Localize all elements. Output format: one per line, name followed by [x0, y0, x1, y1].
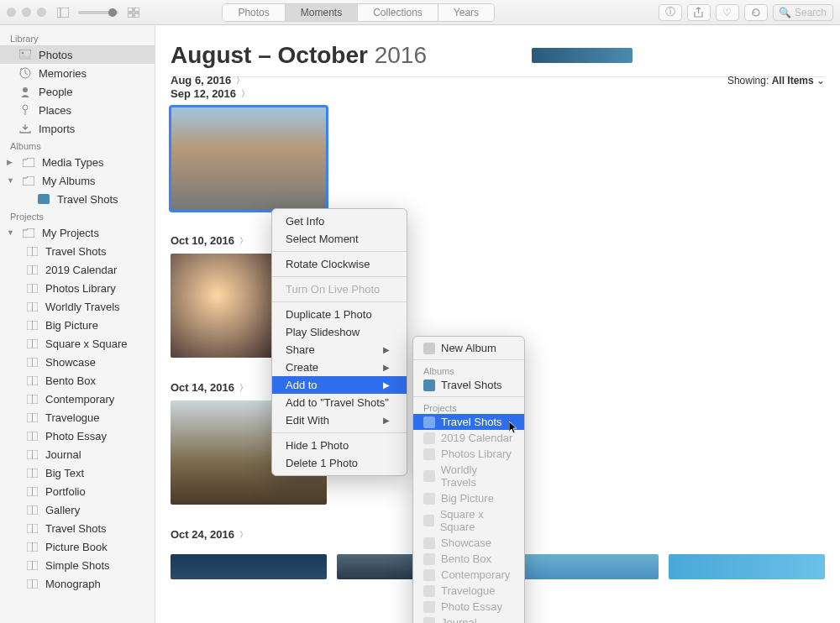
- menu-item-create[interactable]: Create▶: [272, 359, 407, 376]
- sidebar-item-travelogue[interactable]: Travelogue: [0, 408, 155, 427]
- menu-item-hide-1-photo[interactable]: Hide 1 Photo: [272, 437, 407, 454]
- submenu-item-journal[interactable]: Journal: [413, 615, 524, 623]
- menu-item-turn-on-live-photo: Turn On Live Photo: [272, 280, 407, 298]
- sidebar-item-contemporary[interactable]: Contemporary: [0, 390, 155, 408]
- sidebar-item-big-text[interactable]: Big Text: [0, 463, 155, 482]
- sidebar-item-simple-shots[interactable]: Simple Shots: [0, 556, 155, 574]
- sidebar-item-label: Travel Shots: [45, 522, 107, 535]
- photo-thumbnail-partial[interactable]: [532, 48, 633, 63]
- sidebar-header-projects: Projects: [0, 208, 155, 223]
- sidebar-item-monograph[interactable]: Monograph: [0, 574, 155, 593]
- submenu-item-label: Travel Shots: [441, 379, 502, 391]
- sidebar-item-places[interactable]: Places: [0, 101, 155, 119]
- submenu-item-photo-essay[interactable]: Photo Essay: [413, 599, 524, 615]
- sidebar-item-gallery[interactable]: Gallery: [0, 500, 155, 519]
- photo-thumbnail[interactable]: [171, 554, 327, 579]
- moment-date[interactable]: Aug 6, 2016〉: [171, 74, 244, 86]
- share-button[interactable]: [687, 4, 711, 21]
- submenu-item-bento-box[interactable]: Bento Box: [413, 551, 524, 567]
- zoom-slider[interactable]: [78, 11, 118, 14]
- submenu-item-new-album[interactable]: New Album: [413, 340, 524, 356]
- photo-thumbnail[interactable]: [503, 554, 659, 579]
- submenu-arrow-icon: ▶: [383, 380, 390, 390]
- sidebar-item-travel-shots[interactable]: Travel Shots: [0, 519, 155, 537]
- menu-item-add-to-travel-shots-[interactable]: Add to "Travel Shots": [272, 394, 407, 411]
- fullscreen-window-button[interactable]: [37, 8, 46, 17]
- disclosure-triangle-icon[interactable]: ▼: [7, 176, 15, 185]
- moment-date[interactable]: Oct 10, 2016〉: [171, 234, 825, 247]
- submenu-item-label: Square x Square: [440, 508, 514, 533]
- submenu-item-showcase[interactable]: Showcase: [413, 535, 524, 551]
- photo-thumbnail[interactable]: [669, 554, 825, 579]
- sidebar-item-worldly-travels[interactable]: Worldly Travels: [0, 297, 155, 316]
- search-input[interactable]: 🔍Search: [773, 4, 833, 21]
- submenu-item-photos-library[interactable]: Photos Library: [413, 446, 524, 462]
- sidebar-item-imports[interactable]: Imports: [0, 119, 155, 138]
- menu-item-select-moment[interactable]: Select Moment: [272, 230, 407, 248]
- sidebar-item-2019-calendar[interactable]: 2019 Calendar: [0, 260, 155, 279]
- submenu-item-contemporary[interactable]: Contemporary: [413, 567, 524, 583]
- sidebar-item-big-picture[interactable]: Big Picture: [0, 316, 155, 334]
- menu-item-get-info[interactable]: Get Info: [272, 212, 407, 230]
- book-icon: [25, 318, 39, 332]
- sidebar-item-journal[interactable]: Journal: [0, 445, 155, 463]
- submenu-item-travelogue[interactable]: Travelogue: [413, 583, 524, 599]
- minimize-window-button[interactable]: [22, 8, 31, 17]
- sidebar-item-showcase[interactable]: Showcase: [0, 353, 155, 371]
- menu-item-delete-1-photo[interactable]: Delete 1 Photo: [272, 454, 407, 472]
- close-window-button[interactable]: [7, 8, 16, 17]
- submenu-item-travel-shots[interactable]: Travel Shots: [413, 377, 524, 393]
- sidebar-item-photos[interactable]: Photos: [0, 45, 155, 64]
- info-button[interactable]: ⓘ: [659, 4, 682, 21]
- menu-item-label: Create: [286, 361, 318, 374]
- sidebar-item-photos-library[interactable]: Photos Library: [0, 279, 155, 297]
- sidebar-item-my-projects[interactable]: ▼My Projects: [0, 223, 155, 242]
- view-tab-collections[interactable]: Collections: [358, 4, 438, 21]
- book-icon: [25, 540, 39, 553]
- book-icon: [423, 470, 435, 482]
- menu-item-rotate-clockwise[interactable]: Rotate Clockwise: [272, 255, 407, 273]
- disclosure-triangle-icon[interactable]: ▼: [7, 228, 15, 237]
- view-tab-years[interactable]: Years: [438, 4, 494, 21]
- zoom-slider-thumb[interactable]: [108, 8, 117, 17]
- menu-item-label: Turn On Live Photo: [286, 283, 380, 296]
- sidebar-toggle-icon[interactable]: [56, 6, 70, 19]
- disclosure-triangle-icon[interactable]: ▶: [7, 158, 15, 166]
- sidebar-item-label: Gallery: [45, 504, 80, 516]
- submenu-item-square-x-square[interactable]: Square x Square: [413, 506, 524, 535]
- menu-item-duplicate-1-photo[interactable]: Duplicate 1 Photo: [272, 306, 407, 323]
- favorite-button[interactable]: ♡: [716, 4, 739, 21]
- submenu-item-label: Photo Essay: [441, 600, 502, 613]
- showing-filter[interactable]: Showing: All Items ⌄: [727, 75, 825, 86]
- submenu-item-2019-calendar[interactable]: 2019 Calendar: [413, 430, 524, 446]
- rotate-button[interactable]: [744, 4, 768, 21]
- menu-item-add-to[interactable]: Add to▶: [272, 376, 407, 394]
- sidebar-item-photo-essay[interactable]: Photo Essay: [0, 427, 155, 445]
- submenu-item-travel-shots[interactable]: Travel Shots: [413, 414, 524, 430]
- chevron-right-icon: 〉: [236, 75, 244, 86]
- person-icon: [18, 85, 32, 98]
- sidebar-item-square-x-square[interactable]: Square x Square: [0, 334, 155, 353]
- plus-icon: [423, 343, 435, 354]
- submenu-item-worldly-travels[interactable]: Worldly Travels: [413, 462, 524, 490]
- sidebar-item-people[interactable]: People: [0, 82, 155, 101]
- menu-item-play-slideshow[interactable]: Play Slideshow: [272, 323, 407, 341]
- sidebar-item-travel-shots[interactable]: Travel Shots: [0, 242, 155, 260]
- photo-thumbnail[interactable]: [171, 107, 327, 211]
- sidebar-item-my-albums[interactable]: ▼My Albums: [0, 171, 155, 190]
- sidebar-item-picture-book[interactable]: Picture Book: [0, 537, 155, 556]
- submenu-item-big-picture[interactable]: Big Picture: [413, 490, 524, 506]
- sidebar-item-label: Big Picture: [45, 319, 98, 332]
- sidebar-item-memories[interactable]: Memories: [0, 64, 155, 82]
- moment-date[interactable]: Sep 12, 2016〉: [171, 87, 825, 100]
- thumbnail-size-icon[interactable]: [127, 6, 140, 19]
- view-tab-moments[interactable]: Moments: [286, 4, 358, 21]
- folder-icon: [22, 174, 35, 187]
- sidebar-item-portfolio[interactable]: Portfolio: [0, 482, 155, 500]
- sidebar-item-bento-box[interactable]: Bento Box: [0, 371, 155, 390]
- view-tab-photos[interactable]: Photos: [223, 4, 285, 21]
- menu-item-share[interactable]: Share▶: [272, 341, 407, 359]
- menu-item-edit-with[interactable]: Edit With▶: [272, 411, 407, 429]
- sidebar-item-travel-shots[interactable]: Travel Shots: [0, 190, 155, 208]
- sidebar-item-media-types[interactable]: ▶Media Types: [0, 153, 155, 171]
